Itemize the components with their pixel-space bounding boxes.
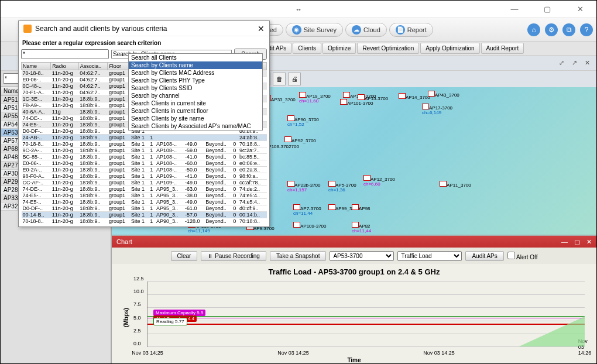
toolbar-btn-cloud[interactable]: ☁Cloud bbox=[345, 23, 387, 37]
settings-icon[interactable]: ⚙ bbox=[545, 23, 558, 36]
tab-optimize[interactable]: Optimize bbox=[322, 43, 356, 54]
home-icon[interactable]: ⌂ bbox=[527, 23, 540, 36]
client-row[interactable]: 00-14-B..11n-20-g18:8b:9..group1Site 11A… bbox=[22, 212, 267, 218]
ap-node[interactable]: AP14_3700 bbox=[399, 93, 430, 100]
plot-area: 0.02.55.07.510.012.5Nov 03 14:25Nov 03 1… bbox=[147, 281, 585, 347]
client-row[interactable]: 74-E5-..11n-20-g18:8b:9..group1Site 11AP… bbox=[22, 193, 267, 199]
print-icon[interactable]: 🖨 bbox=[288, 73, 301, 85]
chart-panel: Chart — ▢ ✕ Clear ⏸ Pause Recording Take… bbox=[112, 235, 596, 364]
client-row[interactable]: 70-18-8..11n-20-g18:8b:9..group1Site 11A… bbox=[22, 141, 267, 147]
client-row[interactable]: CC-AF-..11n-20-g18:8b:9..group1Site 11AP… bbox=[22, 180, 267, 186]
java-icon bbox=[23, 25, 32, 33]
client-row[interactable]: 70-18-8..11n-20-g18:8b:9..group1Site 11A… bbox=[22, 218, 267, 225]
chart-body: Traffic Load - AP53-3700 group1 on 2.4 &… bbox=[112, 264, 596, 364]
copy-icon[interactable]: ⧉ bbox=[562, 23, 575, 36]
maximize-chart-icon[interactable]: ▢ bbox=[574, 238, 580, 245]
ap-node[interactable]: AP82ch=11,44 bbox=[352, 222, 371, 233]
col-header[interactable]: Radio bbox=[51, 63, 79, 70]
pause-recording-button[interactable]: ⏸ Pause Recording bbox=[201, 251, 266, 261]
external-icon[interactable]: ↗ bbox=[569, 59, 579, 68]
dropdown-option[interactable]: Search Clients in current site bbox=[129, 99, 262, 107]
client-row[interactable]: 98-F0-A..11n-20-g18:8b:9..group1Site 11A… bbox=[22, 173, 267, 180]
ap-node[interactable]: AP43_3700 bbox=[428, 91, 459, 98]
reading-badge: Reading 5.77 bbox=[153, 318, 187, 325]
pause-icon: ⏸ bbox=[207, 253, 215, 259]
client-row[interactable]: BC-85-..11n-20-g18:8b:9..group1Site 11AP… bbox=[22, 154, 267, 160]
help-icon[interactable]: ? bbox=[580, 23, 593, 36]
col-header[interactable]: Associa.. bbox=[78, 63, 108, 70]
ap-node[interactable]: AP23b-3700ch=1,157 bbox=[287, 181, 320, 193]
client-row[interactable]: 74-E5-..11n-20-g18:8b:9..group1Site 11AP… bbox=[22, 199, 267, 205]
client-row[interactable]: E0-06-..11n-20-g18:8b:9..group1Site 11AP… bbox=[22, 160, 267, 167]
client-row[interactable]: 24-AB-..11n-20-g18:8b:9..group1Site 1124… bbox=[22, 135, 267, 141]
minimize-button[interactable]: — bbox=[503, 3, 526, 16]
toolbar-btn-site-survey[interactable]: ◉Site Survey bbox=[286, 23, 343, 37]
tab-apply-optimization[interactable]: Apply Optimization bbox=[420, 43, 479, 54]
dropdown-option[interactable]: Search by Clients PHY Type bbox=[129, 77, 262, 84]
report-icon: 📄 bbox=[396, 25, 405, 35]
client-row[interactable]: 74-DE-..11n-20-g18:8b:9..group1Site 11AP… bbox=[22, 186, 267, 193]
chart-ap-select[interactable]: AP53-3700 bbox=[330, 251, 394, 261]
ap-node[interactable]: AP7-3700ch=11,44 bbox=[293, 204, 321, 216]
tab-clients[interactable]: Clients bbox=[293, 43, 321, 54]
client-row[interactable]: D0-DF-..11n-20-g18:8b:9..group1Site 11AP… bbox=[22, 205, 267, 212]
target-icon: ◉ bbox=[292, 25, 301, 35]
ap-node[interactable]: AP109-3700 bbox=[293, 222, 326, 229]
ap-node[interactable]: AP12_3700ch=6,60 bbox=[363, 175, 395, 187]
expand-icon[interactable]: ⤢ bbox=[557, 59, 566, 68]
audit-aps-button[interactable]: Audit APs bbox=[465, 251, 503, 261]
ap-node[interactable]: AP17-3700ch=6,149 bbox=[422, 104, 452, 115]
dropdown-option[interactable]: Search Clients by site name bbox=[129, 115, 262, 122]
chart-toolbar: Clear ⏸ Pause Recording Take a Snapshot … bbox=[112, 248, 596, 264]
titlebar-dots: •• bbox=[296, 6, 301, 13]
take-snapshot-button[interactable]: Take a Snapshot bbox=[270, 251, 327, 261]
dropdown-option[interactable]: Search by Clients name bbox=[129, 61, 262, 69]
dropdown-option[interactable]: Search by Clients MAC Address bbox=[129, 69, 262, 77]
dialog-close-button[interactable]: ✕ bbox=[258, 24, 265, 33]
trash-icon[interactable]: 🗑 bbox=[273, 73, 286, 85]
ap-node[interactable]: AP11_3700 bbox=[440, 181, 471, 188]
alert-off-checkbox[interactable]: Alert Off bbox=[507, 252, 538, 260]
ap-node[interactable]: AP5-3700ch=1,36 bbox=[328, 181, 356, 193]
dropdown-option[interactable]: Search by channel bbox=[129, 92, 262, 99]
chart-title: Traffic Load - AP53-3700 group1 on 2.4 &… bbox=[118, 266, 591, 277]
window-titlebar: •• — ▢ ✕ bbox=[1, 1, 596, 18]
col-header[interactable]: Floor bbox=[108, 63, 130, 70]
close-panel-icon[interactable]: ✕ bbox=[582, 59, 592, 68]
client-row[interactable]: 9C-2A-..11n-20-g18:8b:9..group1Site 11AP… bbox=[22, 147, 267, 154]
x-axis-label: Time bbox=[347, 357, 361, 363]
ap-node[interactable]: AP15-3700 bbox=[358, 94, 388, 101]
dropdown-option[interactable]: Search Clients by Associated AP's name/M… bbox=[129, 122, 262, 130]
tab-audit-report[interactable]: Audit Report bbox=[481, 43, 524, 54]
dialog-title-text: Search and audit clients by various crit… bbox=[35, 25, 167, 33]
toolbar-btn-report[interactable]: 📄Report bbox=[389, 23, 433, 37]
ap-node[interactable]: AP98 bbox=[352, 204, 370, 211]
dropdown-option[interactable]: Search by Clients SSID bbox=[129, 84, 262, 92]
close-chart-icon[interactable]: ✕ bbox=[586, 238, 592, 245]
client-row[interactable]: E0-2A-..11n-20-g18:8b:9..group1Site 11AP… bbox=[22, 167, 267, 173]
maximize-button[interactable]: ▢ bbox=[536, 3, 559, 16]
dropdown-option[interactable]: Search all Clients bbox=[129, 54, 262, 61]
chart-window-title: Chart — ▢ ✕ bbox=[112, 236, 596, 248]
col-header[interactable]: Name bbox=[22, 63, 51, 70]
dialog-prompt: Please enter a regular expression search… bbox=[21, 39, 267, 47]
close-button[interactable]: ✕ bbox=[568, 3, 592, 16]
ap-node[interactable]: AP90_3700ch=1,52 bbox=[287, 115, 319, 127]
minimize-chart-icon[interactable]: — bbox=[561, 238, 568, 245]
y-axis-label: (Mbps) bbox=[123, 308, 129, 327]
tab-revert-optimization[interactable]: Revert Optimization bbox=[357, 43, 419, 54]
search-mode-dropdown-list[interactable]: Search all ClientsSearch by Clients name… bbox=[128, 53, 263, 131]
ap-node[interactable]: AP19_3700ch=11,60 bbox=[299, 92, 331, 104]
chart-metric-select[interactable]: Traffic Load bbox=[397, 251, 462, 261]
dialog-titlebar: Search and audit clients by various crit… bbox=[19, 21, 269, 36]
regex-input[interactable] bbox=[21, 49, 109, 59]
dropdown-option[interactable]: Search Clients in current floor bbox=[129, 107, 262, 115]
clear-button[interactable]: Clear bbox=[171, 251, 198, 261]
cloud-icon: ☁ bbox=[352, 25, 361, 35]
